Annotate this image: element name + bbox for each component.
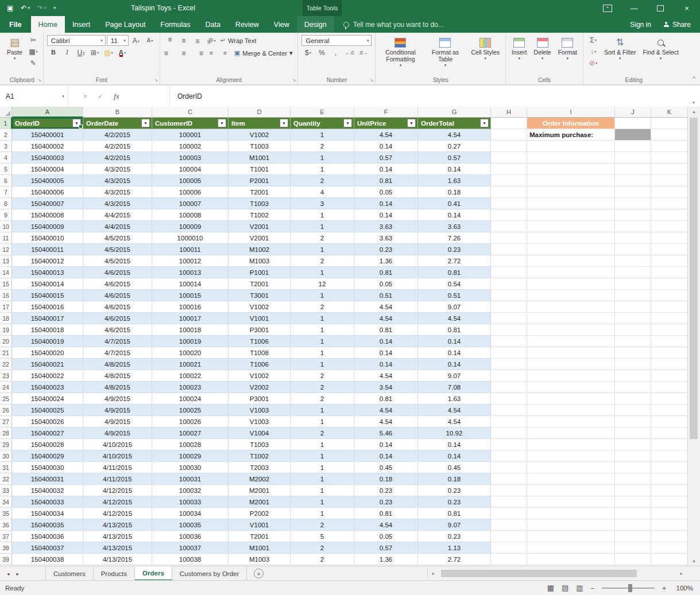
empty-cell[interactable] (491, 221, 527, 232)
table-cell[interactable]: 150400014 (12, 278, 83, 290)
tab-page-layout[interactable]: Page Layout (98, 16, 153, 33)
table-cell[interactable]: 100038 (152, 554, 229, 565)
table-cell[interactable]: M1002 (229, 244, 291, 255)
table-cell[interactable]: 0.14 (354, 450, 418, 462)
tab-data[interactable]: Data (198, 16, 227, 33)
empty-cell[interactable] (527, 141, 615, 152)
empty-cell[interactable] (651, 393, 688, 405)
table-cell[interactable]: 2 (291, 382, 354, 393)
empty-cell[interactable] (491, 473, 527, 485)
empty-cell[interactable] (615, 508, 651, 519)
empty-cell[interactable] (527, 370, 615, 382)
table-cell[interactable]: 100026 (152, 416, 229, 427)
number-dialog-launcher[interactable]: ↘ (370, 77, 374, 83)
table-cell[interactable]: P2001 (229, 175, 291, 186)
row-header-6[interactable]: 6 (0, 175, 12, 186)
table-cell[interactable]: 4.54 (354, 129, 418, 141)
zoom-slider-thumb[interactable] (628, 584, 632, 592)
row-header-28[interactable]: 28 (0, 427, 12, 439)
empty-cell[interactable] (651, 359, 688, 370)
table-cell[interactable]: T1006 (229, 359, 291, 370)
table-cell[interactable]: 1 (291, 336, 354, 347)
table-cell[interactable]: 0.51 (418, 290, 491, 301)
format-cells-button[interactable]: Format ▾ (556, 35, 579, 62)
name-box-caret-icon[interactable]: ▾ (62, 94, 64, 99)
empty-cell[interactable] (527, 175, 615, 186)
empty-cell[interactable] (615, 152, 651, 164)
table-cell[interactable]: T1002 (229, 450, 291, 462)
table-cell[interactable]: 4/12/2015 (83, 485, 152, 496)
table-cell[interactable]: 2 (291, 175, 354, 186)
empty-cell[interactable] (615, 267, 651, 278)
empty-cell[interactable] (491, 129, 527, 141)
table-cell[interactable]: 100009 (152, 221, 229, 232)
empty-cell[interactable] (615, 473, 651, 485)
table-cell[interactable]: 150400029 (12, 450, 83, 462)
empty-cell[interactable] (615, 359, 651, 370)
empty-cell[interactable] (491, 370, 527, 382)
row-header-36[interactable]: 36 (0, 519, 12, 531)
table-cell[interactable]: 4.54 (354, 301, 418, 313)
table-cell[interactable]: 150400022 (12, 370, 83, 382)
table-cell[interactable]: V1001 (229, 519, 291, 531)
expand-formula-bar-button[interactable]: ▾ (687, 85, 700, 107)
row-header-35[interactable]: 35 (0, 508, 12, 519)
sheet-tab-customers[interactable]: Customers (46, 566, 94, 581)
table-cell[interactable]: 4/3/2015 (83, 198, 152, 209)
table-cell[interactable]: 4/2/2015 (83, 152, 152, 164)
empty-cell[interactable] (615, 313, 651, 324)
table-cell[interactable]: M1003 (229, 554, 291, 565)
empty-cell[interactable] (651, 221, 688, 232)
sheet-tab-customers-by-order[interactable]: Customers by Order (172, 566, 247, 581)
table-cell[interactable]: 100006 (152, 186, 229, 198)
table-cell[interactable]: 4/6/2015 (83, 278, 152, 290)
table-header-item[interactable]: Item▾ (229, 118, 291, 129)
table-cell[interactable]: 0.23 (354, 496, 418, 508)
alignment-dialog-launcher[interactable]: ↘ (292, 77, 296, 83)
table-cell[interactable]: V1003 (229, 416, 291, 427)
empty-cell[interactable] (651, 141, 688, 152)
fill-color-button[interactable]: ▨▾ (102, 48, 115, 57)
row-header-18[interactable]: 18 (0, 313, 12, 324)
delete-cells-button[interactable]: Delete ▾ (531, 35, 553, 62)
table-cell[interactable]: 5.46 (354, 427, 418, 439)
table-cell[interactable]: T2003 (229, 462, 291, 473)
table-cell[interactable]: 150400020 (12, 347, 83, 359)
empty-cell[interactable] (491, 439, 527, 450)
table-cell[interactable]: 100028 (152, 439, 229, 450)
table-cell[interactable]: 1.63 (418, 393, 491, 405)
table-cell[interactable]: 150400018 (12, 324, 83, 336)
table-cell[interactable]: V2002 (229, 382, 291, 393)
table-cell[interactable]: 4/5/2015 (83, 232, 152, 244)
filter-button-orderid[interactable]: ▾ (72, 119, 81, 127)
table-cell[interactable]: 150400027 (12, 427, 83, 439)
table-cell[interactable]: 100034 (152, 508, 229, 519)
bold-button[interactable]: B (47, 48, 60, 57)
vertical-scrollbar[interactable]: ▴ ▾ (687, 107, 700, 566)
table-cell[interactable]: T1003 (229, 141, 291, 152)
empty-cell[interactable] (527, 255, 615, 267)
decrease-font-size-button[interactable]: A▾ (144, 36, 156, 45)
table-cell[interactable]: 2 (291, 427, 354, 439)
column-header-E[interactable]: E (291, 107, 354, 118)
table-cell[interactable]: V2001 (229, 221, 291, 232)
table-cell[interactable]: 9.07 (418, 519, 491, 531)
table-cell[interactable]: 4/2/2015 (83, 141, 152, 152)
table-cell[interactable]: 0.14 (418, 164, 491, 175)
table-cell[interactable]: T1006 (229, 336, 291, 347)
table-cell[interactable]: 100033 (152, 496, 229, 508)
empty-cell[interactable] (651, 209, 688, 221)
table-cell[interactable]: T2001 (229, 278, 291, 290)
table-cell[interactable]: 100015 (152, 290, 229, 301)
table-cell[interactable]: 2 (291, 255, 354, 267)
table-cell[interactable]: 150400003 (12, 152, 83, 164)
table-cell[interactable]: 0.05 (354, 278, 418, 290)
sheet-nav-left-button[interactable]: ◂ (7, 571, 10, 577)
empty-cell[interactable] (527, 313, 615, 324)
merge-center-button[interactable]: ▣Merge & Center▾ (233, 48, 295, 59)
table-cell[interactable]: 4/12/2015 (83, 496, 152, 508)
empty-cell[interactable] (651, 485, 688, 496)
empty-cell[interactable] (527, 554, 615, 565)
empty-cell[interactable] (651, 427, 688, 439)
empty-cell[interactable] (615, 496, 651, 508)
